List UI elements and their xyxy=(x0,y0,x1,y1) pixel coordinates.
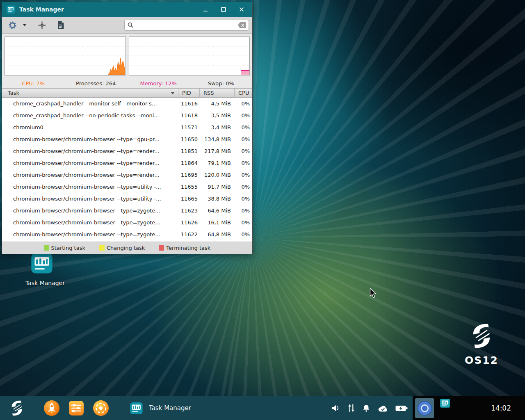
window-title: Task Manager xyxy=(19,6,64,13)
network-traffic-icon[interactable] xyxy=(347,404,355,413)
table-row[interactable]: chrome_crashpad_handler --monitor-self -… xyxy=(2,98,252,110)
processes-stat: Processes: 264 xyxy=(65,80,128,87)
cpu-graph-plot xyxy=(5,37,126,75)
memory-graph-plot xyxy=(129,37,250,75)
clock[interactable]: 14:02 xyxy=(491,404,511,412)
legend-bar: Starting task Changing task Terminating … xyxy=(2,242,252,254)
table-row[interactable]: chromium-browser/chromium-browser --type… xyxy=(2,228,252,240)
mouse-cursor xyxy=(370,288,377,299)
volume-icon[interactable] xyxy=(331,404,340,412)
cpu-cell: 0% xyxy=(234,112,252,119)
task-table-body: chrome_crashpad_handler --monitor-self -… xyxy=(2,98,252,242)
maximize-icon xyxy=(221,7,226,12)
table-header: Task PID RSS CPU xyxy=(2,88,252,98)
taskbar-task-manager-button[interactable]: Task Manager xyxy=(126,396,195,420)
desktop-icon-label: Task Manager xyxy=(25,280,58,286)
minimize-button[interactable] xyxy=(201,5,210,14)
gear-icon xyxy=(8,21,17,30)
taskbar: Task Manager xyxy=(0,396,525,420)
mini-task-manager-tray-icon[interactable] xyxy=(440,398,450,409)
pid-cell: 11622 xyxy=(178,231,199,237)
task-cell: chromium-browser/chromium-browser --type… xyxy=(2,136,178,142)
column-header-cpu[interactable]: CPU xyxy=(234,89,252,97)
taskbar-task-label: Task Manager xyxy=(149,404,191,412)
column-header-rss[interactable]: RSS xyxy=(199,89,234,97)
notifications-bell-icon[interactable] xyxy=(362,404,370,413)
table-row[interactable]: chromium-browser/chromium-browser --type… xyxy=(2,217,252,228)
rss-cell: 64,8 MiB xyxy=(199,231,234,237)
cpu-cell: 0% xyxy=(234,124,252,130)
maximize-button[interactable] xyxy=(219,5,228,14)
cpu-cell: 0% xyxy=(234,196,252,202)
settings-sliders-icon[interactable] xyxy=(68,400,84,416)
cpu-cell: 0% xyxy=(234,184,252,190)
task-cell: chromium-browser/chromium-browser --type… xyxy=(2,172,178,178)
desktop: OS12 Task Manager Task Manager xyxy=(0,0,525,396)
os12-logo-icon xyxy=(466,321,497,351)
task-cell: chrome_crashpad_handler --monitor-self -… xyxy=(2,100,178,107)
table-row[interactable]: chromium-browser/chromium-browser --type… xyxy=(2,193,252,205)
settings-dropdown-button[interactable] xyxy=(20,19,30,31)
column-header-pid[interactable]: PID xyxy=(178,89,199,97)
table-row[interactable]: chromium-browser/chromium-browser --type… xyxy=(2,133,252,145)
wallpaper-os-brand: OS12 xyxy=(463,321,500,366)
settings-button[interactable] xyxy=(5,19,20,31)
window-titlebar[interactable]: Task Manager xyxy=(2,2,252,17)
cloud-sync-icon[interactable] xyxy=(377,404,388,412)
rss-cell: 16,1 MiB xyxy=(199,219,234,226)
swap-stat: Swap: 0% xyxy=(190,80,253,87)
legend-terminating-task: Terminating task xyxy=(159,245,210,251)
crosshair-icon xyxy=(38,21,46,29)
app-grid-icon[interactable] xyxy=(93,400,109,416)
task-cell: chromium-browser/chromium-browser --type… xyxy=(2,231,178,237)
table-row[interactable]: chromium-browser/chromium-browser --type… xyxy=(2,205,252,217)
task-cell: chromium-browser/chromium-browser --type… xyxy=(2,196,178,202)
table-row[interactable]: chromium-browser/chromium-browser --type… xyxy=(2,181,252,193)
launcher-group xyxy=(43,400,109,416)
pid-cell: 11650 xyxy=(178,136,199,142)
table-row[interactable]: chromium-browser/chromium-browser --type… xyxy=(2,145,252,157)
cpu-cell: 0% xyxy=(234,160,252,166)
window-toolbar xyxy=(2,17,252,34)
details-button[interactable] xyxy=(55,19,67,31)
cpu-graph xyxy=(5,37,126,75)
os12-menu-button[interactable] xyxy=(7,399,26,418)
column-header-task[interactable]: Task xyxy=(2,89,178,97)
pid-cell: 11864 xyxy=(178,160,199,166)
chromium-taskbar-button[interactable] xyxy=(415,398,434,418)
battery-icon[interactable] xyxy=(395,405,408,412)
close-icon xyxy=(239,7,244,12)
changing-task-swatch xyxy=(99,245,105,251)
task-cell: chromium-browser/chromium-browser --type… xyxy=(2,160,178,166)
cpu-cell: 0% xyxy=(234,219,252,226)
pid-cell: 11626 xyxy=(178,219,199,226)
table-row[interactable]: chromium-browser/chromium-browser --type… xyxy=(2,157,252,169)
task-cell: chromium-browser/chromium-browser --type… xyxy=(2,184,178,190)
legend-changing-task: Changing task xyxy=(99,245,145,251)
desktop-icon-task-manager[interactable]: Task Manager xyxy=(25,252,58,286)
cpu-cell: 0% xyxy=(234,148,252,154)
table-row[interactable]: chrome_crashpad_handler --no-periodic-ta… xyxy=(2,110,252,121)
task-cell: chromium-browser/chromium-browser --type… xyxy=(2,219,178,226)
rss-cell: 91,7 MiB xyxy=(199,184,234,190)
pid-cell: 11571 xyxy=(178,124,199,130)
chromium-icon xyxy=(417,401,432,416)
table-row[interactable]: chromium-browser/chromium-browser --type… xyxy=(2,169,252,181)
rss-cell: 120,0 MiB xyxy=(199,172,234,178)
table-row[interactable]: chromium0 11571 3,4 MiB 0% xyxy=(2,121,252,133)
pid-cell: 11618 xyxy=(178,112,199,119)
search-input[interactable] xyxy=(136,22,235,28)
close-button[interactable] xyxy=(237,5,246,14)
identify-window-button[interactable] xyxy=(35,19,49,31)
task-cell: chromium-browser/chromium-browser --type… xyxy=(2,148,178,154)
search-box xyxy=(124,20,249,31)
rocket-launcher-icon[interactable] xyxy=(43,400,60,416)
starting-task-swatch xyxy=(44,245,49,251)
memory-stat: Memory: 12% xyxy=(127,80,190,87)
os12-logo-text: OS12 xyxy=(463,354,500,366)
legend-starting-task: Starting task xyxy=(44,245,85,251)
sort-descending-icon xyxy=(171,92,175,94)
document-icon xyxy=(57,21,64,29)
cpu-cell: 0% xyxy=(234,208,252,214)
clear-search-icon[interactable] xyxy=(238,22,246,28)
